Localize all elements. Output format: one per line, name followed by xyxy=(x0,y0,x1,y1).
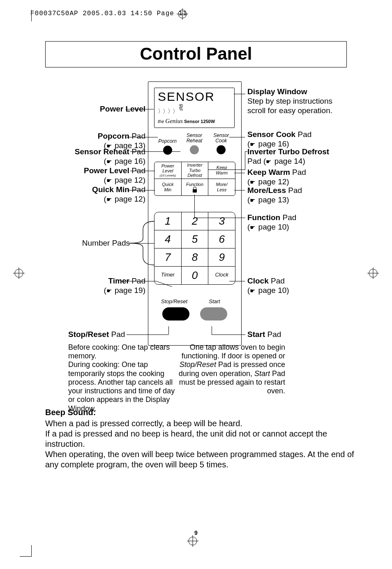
sensor-reheat-label-2: Reheat xyxy=(187,138,203,144)
brand-suffix: Sensor 1250W xyxy=(184,119,215,124)
page: F00037C50AP 2005.03.03 14:50 Page 11 Con… xyxy=(0,0,392,569)
numpad-7[interactable]: 7 xyxy=(154,249,181,266)
leader-line xyxy=(229,281,245,281)
label-more-less: More/Less Pad ( page 13) xyxy=(247,186,344,205)
sensor-cook-label-1: Sensor xyxy=(213,132,229,138)
keep-warm-pad[interactable]: Keep Warm xyxy=(208,162,235,179)
page-ref-icon xyxy=(106,176,113,184)
leader-line xyxy=(234,173,245,173)
beep-heading: Beep Sound: xyxy=(45,407,362,418)
registration-mark-icon xyxy=(13,267,25,281)
proof-header: F00037C50AP 2005.03.03 14:50 Page 11 xyxy=(30,10,187,17)
quick-min-pad[interactable]: Quick Min xyxy=(154,179,181,195)
content: Control Panel SENSOR 〉〉〉〉50% the Genius … xyxy=(45,41,347,394)
crop-mark-icon xyxy=(31,10,32,21)
title-box: Control Panel xyxy=(45,41,347,67)
numpad-1[interactable]: 1 xyxy=(154,212,181,230)
label-clock: Clock Pad ( page 10) xyxy=(247,276,344,295)
label-power-level-indicator: Power Level xyxy=(45,105,145,114)
stop-reset-label: Stop/Reset xyxy=(154,298,194,304)
leader-line xyxy=(194,195,195,218)
page-title: Control Panel xyxy=(46,44,346,64)
power-level-indicator: 〉〉〉〉50% xyxy=(158,105,231,115)
page-ref-icon xyxy=(106,157,113,165)
beep-body: When a pad is pressed correctly, a beep … xyxy=(45,418,362,470)
crop-mark-icon xyxy=(20,556,31,557)
page-ref-icon xyxy=(250,139,256,148)
leader-line xyxy=(245,151,245,170)
control-panel-diagram: SENSOR 〉〉〉〉50% the Genius Sensor 1250W P… xyxy=(45,81,347,394)
lock-icon xyxy=(192,187,198,193)
label-sensor-reheat: Sensor Reheat Pad ( page 16) xyxy=(45,147,145,166)
bottom-button-labels: Stop/Reset Start xyxy=(154,298,235,304)
leader-line xyxy=(168,326,169,334)
registration-mark-icon xyxy=(177,8,188,21)
page-ref-icon xyxy=(266,157,272,165)
brand-line: the Genius Sensor 1250W xyxy=(158,118,231,125)
beep-sound-section: Beep Sound: When a pad is pressed correc… xyxy=(45,407,362,470)
start-explanation: One tap allows oven to begin functioning… xyxy=(178,343,285,395)
stop-reset-pad[interactable] xyxy=(162,307,189,320)
button-icon xyxy=(163,146,172,155)
leader-line xyxy=(234,94,245,94)
label-inverter-turbo-defrost: Inverter Turbo Defrost Pad ( page 14) xyxy=(247,147,348,166)
brand-prefix: the xyxy=(158,119,164,124)
label-display-window: Display Window Step by step instructions… xyxy=(247,87,344,115)
leader-line xyxy=(194,218,245,218)
numpad-9[interactable]: 9 xyxy=(208,249,235,266)
button-icon xyxy=(190,145,199,154)
numpad-8[interactable]: 8 xyxy=(181,249,208,266)
sensor-reheat-pad[interactable]: Sensor Reheat xyxy=(181,133,208,158)
label-sensor-cook: Sensor Cook Pad ( page 16) xyxy=(247,130,344,149)
leader-line xyxy=(208,170,208,175)
function-pad[interactable]: Function xyxy=(181,179,208,195)
page-number: 9 xyxy=(0,530,392,536)
label-quick-min: Quick Min Pad ( page 12) xyxy=(45,185,145,204)
page-ref-icon xyxy=(250,177,256,186)
button-icon xyxy=(217,145,226,154)
start-pad[interactable] xyxy=(200,307,227,320)
leader-line xyxy=(127,334,168,335)
popcorn-label: Popcorn xyxy=(158,138,177,144)
page-ref-icon xyxy=(106,195,113,203)
numpad-0[interactable]: 0 xyxy=(181,267,208,284)
number-grid: 1 2 3 4 5 6 7 8 9 Timer xyxy=(154,212,235,285)
leader-line xyxy=(156,279,172,287)
registration-mark-icon xyxy=(187,535,198,548)
sensor-cook-pad[interactable]: Sensor Cook xyxy=(208,133,235,158)
clock-pad[interactable]: Clock xyxy=(208,267,235,284)
display-text: SENSOR xyxy=(158,91,231,103)
registration-mark-icon xyxy=(367,267,379,281)
numpad-5[interactable]: 5 xyxy=(181,230,208,248)
sensor-cook-label-2: Cook xyxy=(215,138,227,144)
more-less-pad[interactable]: More/ Less xyxy=(208,179,235,195)
numpad-3[interactable]: 3 xyxy=(208,212,235,230)
panel-outline: SENSOR 〉〉〉〉50% the Genius Sensor 1250W P… xyxy=(148,81,242,346)
start-label: Start xyxy=(194,298,235,304)
label-timer: Timer Pad ( page 19) xyxy=(45,276,145,295)
page-ref-icon xyxy=(250,195,256,204)
leader-line xyxy=(229,137,245,137)
popcorn-pad[interactable]: Popcorn xyxy=(154,133,181,158)
sensor-row: Popcorn Sensor Reheat Sensor Cook xyxy=(154,133,235,158)
leader-line xyxy=(212,326,212,334)
page-ref-icon xyxy=(250,223,256,231)
numpad-4[interactable]: 4 xyxy=(154,230,181,248)
label-stop-reset: Stop/Reset Pad xyxy=(68,330,125,339)
brand-script: Genius xyxy=(165,118,183,124)
label-start: Start Pad xyxy=(247,330,281,339)
svg-line-12 xyxy=(156,281,172,287)
leader-line xyxy=(208,170,245,170)
function-grid: Power Level (10 Levels) Inverter Turbo D… xyxy=(154,162,235,196)
page-ref-icon xyxy=(106,286,113,295)
label-power-level-pad: Power Level Pad ( page 12) xyxy=(45,166,145,185)
stop-reset-explanation: Before cooking: One tap clears memory. D… xyxy=(68,343,175,413)
label-number-pads: Number Pads xyxy=(45,239,130,248)
inverter-turbo-defrost-pad[interactable]: Inverter Turbo Defrost xyxy=(181,162,208,179)
label-keep-warm: Keep Warm Pad ( page 12) xyxy=(247,168,344,187)
page-ref-icon xyxy=(250,286,256,295)
label-function: Function Pad ( page 10) xyxy=(247,213,344,232)
power-level-pad[interactable]: Power Level (10 Levels) xyxy=(154,162,181,179)
numpad-6[interactable]: 6 xyxy=(208,230,235,248)
crop-mark-icon xyxy=(31,545,32,557)
